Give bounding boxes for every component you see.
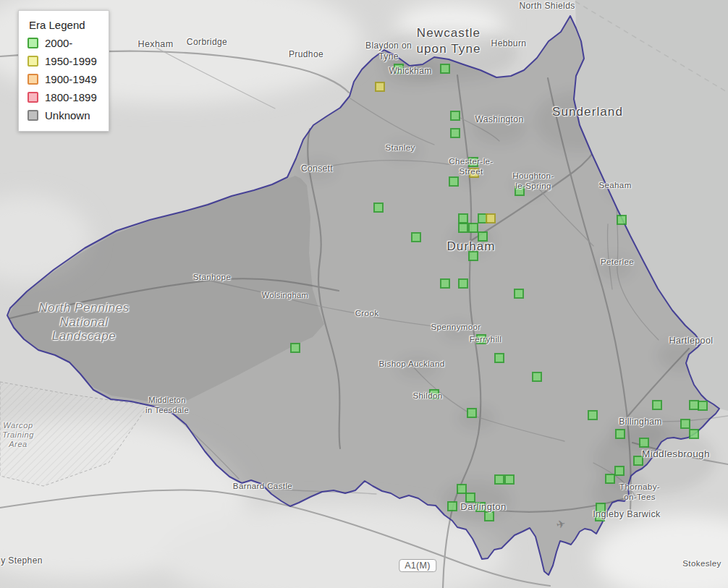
era-marker-2000[interactable] <box>652 400 662 410</box>
legend-label-1900: 1900-1949 <box>45 73 97 85</box>
legend-label-1950: 1950-1999 <box>45 55 97 67</box>
era-legend: Era Legend 2000-1950-19991900-19491800-1… <box>18 10 109 132</box>
era-marker-2000[interactable] <box>467 408 477 418</box>
era-marker-2000[interactable] <box>633 456 643 466</box>
era-marker-2000[interactable] <box>639 438 649 448</box>
legend-swatch-1950 <box>27 56 38 67</box>
legend-swatch-1800 <box>27 92 38 103</box>
era-marker-2000[interactable] <box>373 203 384 213</box>
era-marker-2000[interactable] <box>429 389 439 399</box>
legend-swatch-unknown <box>27 110 38 121</box>
era-marker-2000[interactable] <box>680 419 690 429</box>
era-marker-2000[interactable] <box>468 157 478 167</box>
era-marker-2000[interactable] <box>484 511 494 521</box>
legend-title: Era Legend <box>29 19 97 31</box>
legend-label-1800: 1800-1899 <box>45 91 97 103</box>
era-marker-2000[interactable] <box>440 64 450 74</box>
legend-item-1950: 1950-1999 <box>27 55 97 67</box>
era-marker-2000[interactable] <box>475 502 486 512</box>
era-marker-2000[interactable] <box>447 501 457 511</box>
era-marker-2000[interactable] <box>504 474 515 485</box>
era-marker-2000[interactable] <box>515 186 525 196</box>
era-marker-2000[interactable] <box>532 372 542 382</box>
era-marker-2000[interactable] <box>450 111 460 121</box>
era-marker-2000[interactable] <box>394 64 404 74</box>
era-marker-2000[interactable] <box>478 231 488 242</box>
era-marker-2000[interactable] <box>468 251 478 261</box>
legend-swatch-1900 <box>27 74 38 85</box>
era-marker-2000[interactable] <box>440 278 450 289</box>
era-marker-2000[interactable] <box>615 429 625 439</box>
era-marker-2000[interactable] <box>290 343 300 353</box>
era-marker-2000[interactable] <box>605 474 615 484</box>
era-marker-2000[interactable] <box>617 215 627 225</box>
era-marker-2000[interactable] <box>465 493 475 503</box>
map-canvas[interactable]: Newcastleupon TyneSunderlandDurhamNorth … <box>0 0 728 588</box>
legend-swatch-2000 <box>27 38 38 48</box>
legend-label-2000: 2000- <box>45 37 72 49</box>
era-marker-2000[interactable] <box>588 410 598 420</box>
era-marker-2000[interactable] <box>494 474 504 485</box>
legend-label-unknown: Unknown <box>45 109 90 122</box>
era-marker-2000[interactable] <box>476 334 486 344</box>
era-marker-2000[interactable] <box>595 511 605 521</box>
era-marker-2000[interactable] <box>450 128 460 138</box>
era-marker-2000[interactable] <box>411 232 421 242</box>
era-marker-2000[interactable] <box>514 289 524 299</box>
era-marker-1950[interactable] <box>375 82 385 92</box>
era-marker-2000[interactable] <box>494 353 504 363</box>
era-marker-2000[interactable] <box>458 223 468 233</box>
era-marker-2000[interactable] <box>689 429 699 439</box>
legend-item-unknown: Unknown <box>27 109 97 122</box>
era-marker-1950[interactable] <box>469 168 479 178</box>
era-marker-2000[interactable] <box>458 213 468 223</box>
era-marker-2000[interactable] <box>449 176 459 187</box>
road-badge-a1m: A1(M) <box>399 559 436 572</box>
basemap-tiles <box>0 0 728 588</box>
era-marker-2000[interactable] <box>468 223 478 233</box>
era-marker-1950[interactable] <box>486 213 496 223</box>
legend-item-1800: 1800-1899 <box>27 91 97 103</box>
legend-item-1900: 1900-1949 <box>27 73 97 85</box>
era-marker-2000[interactable] <box>614 466 625 476</box>
era-marker-2000[interactable] <box>458 278 468 289</box>
era-marker-2000[interactable] <box>698 401 708 411</box>
legend-item-2000: 2000- <box>27 37 97 49</box>
legend-items: 2000-1950-19991900-19491800-1899Unknown <box>27 37 97 122</box>
